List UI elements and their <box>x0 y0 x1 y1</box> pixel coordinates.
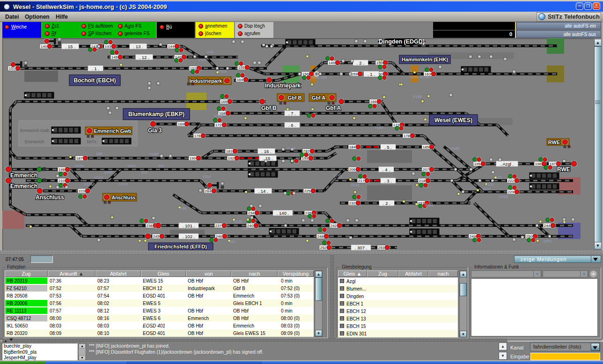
svg-text:Wesel (EWES): Wesel (EWES) <box>434 117 472 124</box>
svg-text:. 13 .: . 13 . <box>133 44 143 49</box>
svg-text:. 3 .: . 3 . <box>384 178 392 183</box>
svg-text:140: 140 <box>41 44 47 49</box>
svg-text:252: 252 <box>320 246 327 250</box>
svg-text:236: 236 <box>147 224 153 228</box>
svg-text:172: 172 <box>215 123 222 127</box>
svg-text:234: 234 <box>248 211 255 215</box>
svg-text:. Azgl .: . Azgl . <box>500 161 514 167</box>
svg-text:V161 Bü162: V161 Bü162 <box>410 75 431 79</box>
svg-text:V216: V216 <box>351 183 360 187</box>
svg-text:. 307 .: . 307 . <box>355 245 367 250</box>
svg-text:V168: V168 <box>413 95 422 99</box>
svg-text:V214: V214 <box>202 175 211 179</box>
svg-text:Bocholt (EBCH): Bocholt (EBCH) <box>74 77 116 84</box>
svg-text:StiTz:: StiTz: <box>87 139 97 144</box>
svg-text:. 6 .: . 6 . <box>288 123 296 128</box>
svg-text:Blumenkamp (EBKP): Blumenkamp (EBKP) <box>128 111 184 117</box>
svg-text:. 1 .: . 1 . <box>92 66 99 71</box>
svg-text:V213: V213 <box>119 182 128 186</box>
svg-text:RWE: RWE <box>557 166 570 173</box>
svg-text:253: 253 <box>378 246 385 250</box>
svg-text:217: 217 <box>358 179 365 183</box>
svg-text:V228: V228 <box>499 195 508 199</box>
svg-text:203: 203 <box>158 164 164 168</box>
svg-text:247: 247 <box>229 240 236 244</box>
svg-text:229: 229 <box>508 190 515 194</box>
svg-text:242: 242 <box>331 224 337 228</box>
svg-text:. 140 .: . 140 . <box>277 211 289 216</box>
svg-text:196: 196 <box>535 162 542 166</box>
svg-text:V183: V183 <box>375 125 383 130</box>
svg-text:V188: V188 <box>287 146 295 151</box>
svg-text:. 12 .: . 12 . <box>139 55 149 60</box>
svg-text:Emmerich Gwb: Emmerich Gwb <box>94 128 131 134</box>
svg-text:V251: V251 <box>543 239 552 243</box>
svg-text:178: 178 <box>404 134 410 138</box>
svg-text:V201: V201 <box>127 164 136 168</box>
svg-text:V215: V215 <box>333 174 342 178</box>
svg-text:187: 187 <box>76 156 83 160</box>
svg-text:Gbf B: Gbf B <box>288 95 302 101</box>
svg-text:Friedrichsfeld (EFFD): Friedrichsfeld (EFFD) <box>154 244 207 249</box>
svg-text:143: 143 <box>105 44 111 49</box>
svg-text:188: 188 <box>96 152 103 156</box>
svg-text:159: 159 <box>351 72 358 76</box>
svg-text:164: 164 <box>237 78 243 82</box>
svg-text:Hamminkeln (EHK): Hamminkeln (EHK) <box>402 57 448 62</box>
svg-text:221: 221 <box>496 175 502 180</box>
svg-text:Gla 3: Gla 3 <box>148 127 162 134</box>
svg-text:V238: V238 <box>233 219 242 224</box>
svg-text:Gbf A: Gbf A <box>326 105 341 111</box>
svg-text:190: 190 <box>190 156 196 160</box>
svg-text:Emmerich: Emmerich <box>10 183 37 189</box>
svg-text:240: 240 <box>247 224 254 228</box>
svg-text:202: 202 <box>141 170 148 175</box>
svg-text:. 15 .: . 15 . <box>263 156 272 161</box>
svg-text:. 1 .: . 1 . <box>368 72 375 77</box>
svg-text:V211: V211 <box>84 182 93 186</box>
svg-text:Gbf B: Gbf B <box>261 105 277 111</box>
svg-text:Anschluss: Anschluss <box>112 195 136 200</box>
svg-text:232: 232 <box>349 201 356 205</box>
svg-text:. 2 .: . 2 . <box>357 60 364 66</box>
svg-text:. 102 .: . 102 . <box>183 234 195 239</box>
svg-text:V220: V220 <box>485 182 494 187</box>
svg-text:165: 165 <box>221 100 228 104</box>
svg-text:155: 155 <box>238 66 245 70</box>
svg-text:166: 166 <box>370 100 377 104</box>
svg-text:V231: V231 <box>425 203 434 207</box>
svg-text:V199: V199 <box>75 164 84 168</box>
svg-text:144: 144 <box>168 44 175 49</box>
svg-text:Emmerich Gwb:: Emmerich Gwb: <box>20 128 50 133</box>
svg-text:Emmerich: Emmerich <box>10 172 37 179</box>
svg-text:Bü1 158: Bü1 158 <box>313 75 327 80</box>
svg-text:225: 225 <box>304 189 311 193</box>
svg-text:. 7 .: . 7 . <box>288 111 296 116</box>
svg-text:222: 222 <box>508 179 515 183</box>
svg-text:181: 181 <box>226 149 233 153</box>
svg-text:245: 245 <box>153 234 160 239</box>
svg-text:V189: V189 <box>149 152 158 156</box>
svg-text:V212: V212 <box>94 175 103 180</box>
svg-text:Dingden (EDGD): Dingden (EDGD) <box>379 38 425 45</box>
svg-text:237: 237 <box>215 224 222 228</box>
svg-text:Industriepark: Industriepark <box>190 78 223 84</box>
svg-text:. 101 .: . 101 . <box>183 223 195 228</box>
svg-text:. 2 .: . 2 . <box>383 201 390 206</box>
svg-text:248: 248 <box>317 234 324 239</box>
svg-text:230: 230 <box>180 206 187 211</box>
svg-text:207: 207 <box>423 167 429 172</box>
svg-text:244: 244 <box>544 224 551 228</box>
svg-text:. 5 .: . 5 . <box>384 145 392 150</box>
svg-text:239: 239 <box>242 226 248 231</box>
svg-text:. 16 .: . 16 . <box>261 149 271 154</box>
svg-text:145: 145 <box>111 55 118 59</box>
svg-text:149: 149 <box>329 61 335 65</box>
svg-text:Anschluss: Anschluss <box>36 194 64 201</box>
svg-text:V189: V189 <box>450 146 459 151</box>
svg-text:Gbf A: Gbf A <box>312 95 326 101</box>
svg-text:218: 218 <box>419 179 426 183</box>
svg-text:169: 169 <box>178 122 184 126</box>
svg-text:V147: V147 <box>198 58 207 62</box>
svg-text:185: 185 <box>423 145 429 149</box>
